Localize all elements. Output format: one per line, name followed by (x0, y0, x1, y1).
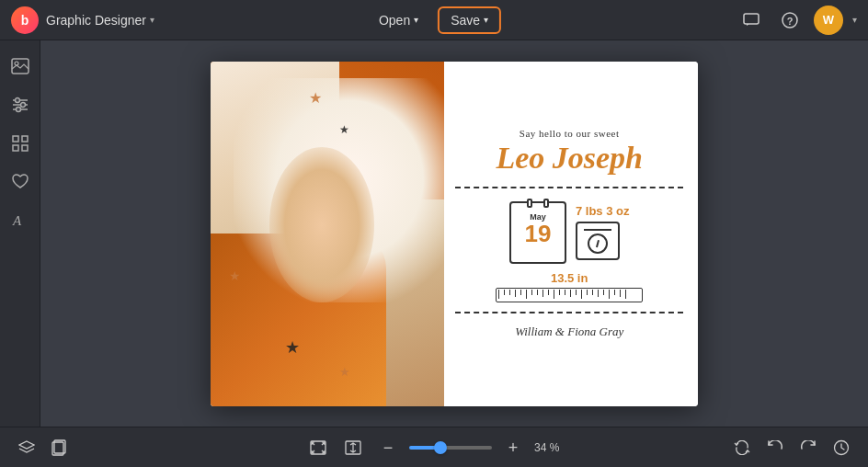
zoom-thumb (434, 441, 447, 454)
save-chevron-icon: ▾ (484, 15, 488, 25)
logo-area: b Graphic Designer ▾ (11, 6, 154, 34)
comments-icon (743, 13, 760, 28)
say-hello-text: Say hello to our sweet (520, 128, 620, 139)
zoom-plus-icon: + (508, 439, 519, 456)
sync-icon (734, 440, 750, 455)
actual-size-button[interactable] (339, 434, 367, 461)
scale-icon (576, 222, 620, 260)
layers-button[interactable] (13, 434, 40, 461)
zoom-percent: 34 % (534, 441, 564, 454)
svg-rect-11 (13, 136, 18, 142)
left-sidebar: A (0, 40, 40, 427)
baby-photo: ★ ★ ★ ★ ★ (211, 62, 444, 406)
bottom-left-tools (13, 434, 74, 461)
zoom-slider-container (409, 446, 492, 450)
actual-size-icon (345, 440, 361, 455)
sidebar-item-text[interactable]: A (4, 204, 37, 237)
svg-rect-13 (13, 145, 18, 151)
history-button[interactable] (828, 434, 855, 461)
comments-button[interactable] (737, 6, 766, 35)
svg-rect-14 (22, 145, 28, 151)
app-logo[interactable]: b (11, 6, 39, 34)
save-button[interactable]: Save ▾ (438, 6, 501, 34)
svg-text:?: ? (787, 15, 794, 26)
svg-point-8 (15, 98, 19, 103)
grid-icon (12, 135, 29, 152)
ruler-ticks (498, 289, 631, 302)
help-icon: ? (782, 12, 798, 28)
history-icon (833, 439, 850, 456)
star-black-top: ★ (339, 123, 349, 136)
zoom-in-button[interactable]: + (499, 434, 527, 461)
canvas-area: ★ ★ ★ ★ ★ Say hello to our sweet Leo Jos… (40, 40, 868, 427)
info-side: Say hello to our sweet Leo Joseph May 19 (444, 62, 698, 406)
svg-rect-0 (744, 14, 759, 24)
app-title-area[interactable]: Graphic Designer ▾ (46, 13, 154, 28)
weight-text: 7 lbs 3 oz (576, 204, 630, 218)
zoom-slider[interactable] (409, 446, 492, 450)
sidebar-item-adjustments[interactable] (4, 88, 37, 121)
baby-name-text: Leo Joseph (496, 141, 643, 175)
zoom-out-button[interactable]: − (374, 434, 402, 461)
star-mid-left: ★ (229, 268, 241, 283)
weight-info: 7 lbs 3 oz (576, 204, 630, 260)
svg-text:A: A (12, 213, 22, 228)
user-avatar-button[interactable]: W (814, 6, 843, 35)
redo-icon (800, 440, 817, 455)
parents-name: William & Fiona Gray (515, 325, 623, 339)
cal-ring-right (543, 199, 549, 208)
pages-button[interactable] (46, 434, 74, 461)
sync-button[interactable] (728, 434, 756, 461)
stats-row: May 19 7 lbs 3 oz (509, 201, 630, 264)
cal-ring-left (527, 199, 532, 208)
scale-needle (596, 240, 600, 247)
avatar-chevron-icon: ▾ (852, 15, 857, 25)
bottombar: − + 34 % (0, 427, 868, 467)
star-bottom-right: ★ (339, 365, 350, 379)
pages-icon (51, 439, 68, 456)
photo-side: ★ ★ ★ ★ ★ (211, 62, 444, 406)
help-button[interactable]: ? (775, 6, 805, 35)
dotted-line-bottom (455, 312, 683, 313)
app-title-text: Graphic Designer (46, 13, 146, 28)
redo-button[interactable] (794, 434, 822, 461)
sidebar-item-images[interactable] (4, 50, 37, 83)
adjust-icon (11, 97, 29, 113)
sidebar-item-grid[interactable] (4, 127, 37, 160)
ruler-icon (496, 288, 643, 302)
undo-icon (767, 440, 783, 455)
fit-icon (310, 440, 326, 455)
main-area: A ★ ★ (0, 40, 868, 427)
fit-frame-button[interactable] (304, 434, 332, 461)
design-card: ★ ★ ★ ★ ★ Say hello to our sweet Leo Jos… (211, 62, 698, 406)
layers-icon (18, 440, 35, 455)
app-title-chevron: ▾ (150, 15, 154, 25)
topbar-center-actions: Open ▾ Save ▾ (367, 6, 501, 34)
text-icon: A (12, 212, 29, 229)
star-black-bottom: ★ (285, 337, 300, 358)
length-area: 13.5 in (496, 271, 643, 302)
open-chevron-icon: ▾ (414, 15, 418, 25)
open-button[interactable]: Open ▾ (367, 7, 430, 33)
star-top-deco: ★ (309, 89, 322, 107)
svg-point-9 (20, 103, 25, 108)
dotted-line-top (455, 187, 683, 188)
cal-day: 19 (524, 222, 551, 245)
topbar: b Graphic Designer ▾ Open ▾ Save ▾ ? (0, 0, 868, 40)
undo-button[interactable] (761, 434, 789, 461)
scale-circle (588, 234, 608, 254)
tick (625, 290, 631, 299)
svg-point-10 (16, 108, 20, 112)
svg-rect-12 (22, 136, 28, 142)
topbar-right-actions: ? W ▾ (737, 6, 857, 35)
heart-icon (11, 174, 29, 190)
length-text: 13.5 in (551, 271, 588, 285)
calendar-icon: May 19 (509, 201, 566, 264)
bottom-right-tools (728, 434, 855, 461)
cal-rings (527, 199, 549, 208)
sidebar-item-favorites[interactable] (4, 165, 37, 199)
image-icon (11, 58, 29, 74)
zoom-minus-icon: − (383, 439, 394, 456)
bottom-center-controls: − + 34 % (304, 434, 564, 461)
